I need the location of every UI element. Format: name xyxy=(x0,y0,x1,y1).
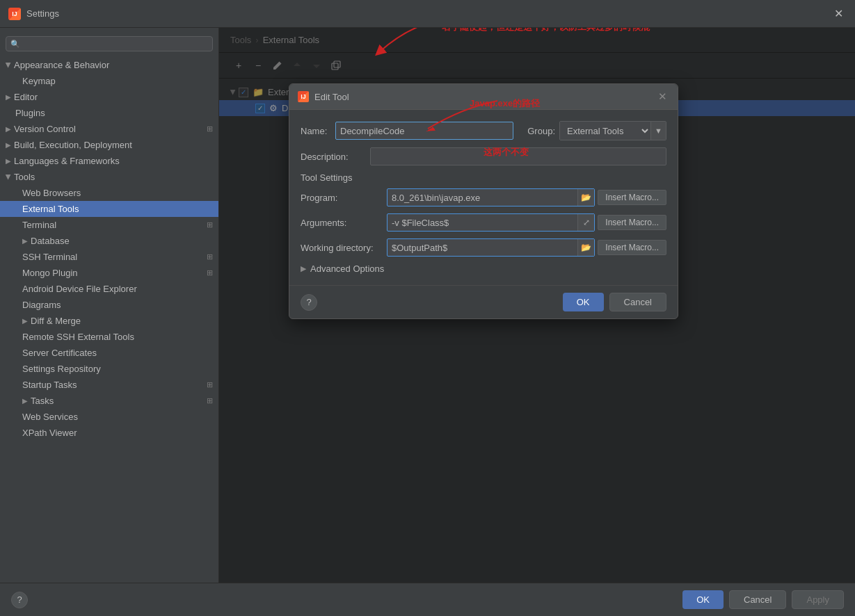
sidebar-item-appearance[interactable]: ▶ Appearance & Behavior xyxy=(0,57,218,73)
version-control-icon: ⊞ xyxy=(207,124,213,133)
sidebar-item-database[interactable]: ▶ Database xyxy=(0,233,218,249)
arguments-insert-macro-button[interactable]: Insert Macro... xyxy=(598,215,666,230)
group-section: Group: External Tools ▼ xyxy=(527,121,666,140)
sidebar-item-version-control[interactable]: ▶ Version Control ⊞ xyxy=(0,121,218,137)
advanced-options-row[interactable]: ▶ Advanced Options xyxy=(301,264,666,274)
program-label: Program: xyxy=(301,193,384,203)
bottom-bar-right: OK Cancel Apply xyxy=(682,590,844,609)
description-row: Description: xyxy=(301,147,666,165)
terminal-icon: ⊞ xyxy=(207,220,213,229)
window-close-button[interactable]: ✕ xyxy=(830,6,847,22)
working-dir-browse-button[interactable]: 📂 xyxy=(577,239,594,256)
dialog-close-button[interactable]: ✕ xyxy=(655,90,669,104)
dialog-cancel-button[interactable]: Cancel xyxy=(609,293,666,311)
arrow-icon: ▶ xyxy=(6,93,11,101)
arrow-icon: ▶ xyxy=(6,141,11,149)
sidebar-item-settings-repo[interactable]: Settings Repository xyxy=(0,361,218,377)
arguments-input-wrap: ⤢ xyxy=(387,213,595,232)
working-dir-insert-macro-button[interactable]: Insert Macro... xyxy=(598,240,666,255)
dialog-titlebar: IJ Edit Tool ✕ xyxy=(289,84,678,110)
title-bar: IJ Settings ✕ xyxy=(0,0,855,28)
window-title: Settings xyxy=(26,8,59,19)
program-insert-macro-button[interactable]: Insert Macro... xyxy=(598,190,666,205)
sidebar-item-diff-merge[interactable]: ▶ Diff & Merge xyxy=(0,313,218,329)
sidebar-item-languages[interactable]: ▶ Languages & Frameworks xyxy=(0,153,218,169)
arguments-input[interactable] xyxy=(387,214,577,231)
arrow-icon: ▶ xyxy=(5,63,13,68)
ssh-icon: ⊞ xyxy=(207,252,213,261)
working-dir-label: Working directory: xyxy=(301,243,384,253)
sidebar-item-editor[interactable]: ▶ Editor xyxy=(0,89,218,105)
annotation-arrow1 xyxy=(323,28,463,70)
working-dir-row: Working directory: 📂 Insert Macro... xyxy=(301,238,666,257)
mongo-icon: ⊞ xyxy=(207,268,213,277)
sidebar-item-external-tools[interactable]: External Tools xyxy=(0,201,218,217)
right-panel: Tools › External Tools + − xyxy=(219,28,855,583)
app-icon: IJ xyxy=(8,8,21,20)
main-cancel-button[interactable]: Cancel xyxy=(729,590,786,609)
main-help-button[interactable]: ? xyxy=(11,592,28,608)
dialog-overlay: IJ Edit Tool ✕ Name: xyxy=(219,28,855,583)
dialog-app-icon: IJ xyxy=(298,91,309,102)
name-section: Name: xyxy=(301,122,513,140)
arrow-icon: ▶ xyxy=(22,397,28,405)
sidebar-item-web-browsers[interactable]: Web Browsers xyxy=(0,185,218,201)
advanced-arrow-icon: ▶ xyxy=(301,264,306,273)
search-input[interactable] xyxy=(23,39,208,49)
arguments-label: Arguments: xyxy=(301,218,384,228)
sidebar-item-diagrams[interactable]: Diagrams xyxy=(0,297,218,313)
arrow-icon: ▶ xyxy=(5,175,13,180)
main-content: 🔍 ▶ Appearance & Behavior Keymap ▶ Edito… xyxy=(0,28,855,583)
dialog-body: Name: Group: External Tools ▼ xyxy=(289,110,678,285)
working-dir-input-wrap: 📂 xyxy=(387,238,595,257)
sidebar-item-startup-tasks[interactable]: Startup Tasks ⊞ xyxy=(0,377,218,393)
search-box[interactable]: 🔍 xyxy=(6,36,213,51)
name-input[interactable] xyxy=(335,122,513,140)
name-label: Name: xyxy=(301,126,335,136)
dialog-footer: ? OK Cancel xyxy=(289,285,678,318)
description-input[interactable] xyxy=(370,147,666,165)
sidebar-item-mongo-plugin[interactable]: Mongo Plugin ⊞ xyxy=(0,265,218,281)
working-dir-input[interactable] xyxy=(387,239,577,256)
program-browse-button[interactable]: 📂 xyxy=(577,189,594,206)
name-group-row: Name: Group: External Tools ▼ xyxy=(301,121,666,140)
arrow-icon: ▶ xyxy=(6,157,11,165)
sidebar-item-tools[interactable]: ▶ Tools xyxy=(0,169,218,185)
main-ok-button[interactable]: OK xyxy=(682,590,724,609)
arrow-icon: ▶ xyxy=(22,317,28,325)
sidebar-item-keymap[interactable]: Keymap xyxy=(0,73,218,89)
sidebar-item-web-services[interactable]: Web Services xyxy=(0,409,218,425)
search-icon: 🔍 xyxy=(10,40,20,49)
sidebar-item-remote-ssh[interactable]: Remote SSH External Tools xyxy=(0,329,218,345)
tool-settings-label: Tool Settings xyxy=(301,172,666,183)
main-apply-button[interactable]: Apply xyxy=(792,590,844,609)
settings-window: IJ Settings ✕ 🔍 ▶ Appearance & Behavior … xyxy=(0,0,855,616)
help-button[interactable]: ? xyxy=(301,294,317,311)
group-select-container: External Tools ▼ xyxy=(559,121,666,140)
sidebar-item-build[interactable]: ▶ Build, Execution, Deployment xyxy=(0,137,218,153)
arrow-icon: ▶ xyxy=(22,237,28,245)
tasks-icon: ⊞ xyxy=(207,396,213,405)
arguments-row: Arguments: ⤢ Insert Macro... xyxy=(301,213,666,232)
sidebar-item-terminal[interactable]: Terminal ⊞ xyxy=(0,217,218,233)
edit-tool-dialog: IJ Edit Tool ✕ Name: xyxy=(289,83,678,319)
sidebar-item-android-device[interactable]: Android Device File Explorer xyxy=(0,281,218,297)
startup-icon: ⊞ xyxy=(207,380,213,389)
annotation-text1: 名字随便起，但还是这个好，以防工具过多的时候混 xyxy=(442,28,650,33)
group-label: Group: xyxy=(527,126,555,136)
sidebar: 🔍 ▶ Appearance & Behavior Keymap ▶ Edito… xyxy=(0,28,219,583)
sidebar-item-tasks[interactable]: ▶ Tasks ⊞ xyxy=(0,393,218,409)
group-dropdown-button[interactable]: ▼ xyxy=(650,122,666,140)
arguments-expand-button[interactable]: ⤢ xyxy=(577,214,594,231)
sidebar-item-server-certs[interactable]: Server Certificates xyxy=(0,345,218,361)
arrow-icon: ▶ xyxy=(6,125,11,133)
sidebar-item-ssh-terminal[interactable]: SSH Terminal ⊞ xyxy=(0,249,218,265)
program-row: Program: 📂 Insert Macro... xyxy=(301,188,666,206)
sidebar-item-xpath-viewer[interactable]: XPath Viewer xyxy=(0,425,218,441)
sidebar-item-plugins[interactable]: Plugins xyxy=(0,105,218,121)
program-input[interactable] xyxy=(387,189,577,206)
program-input-wrap: 📂 xyxy=(387,188,595,206)
dialog-footer-right: OK Cancel xyxy=(563,293,666,311)
dialog-ok-button[interactable]: OK xyxy=(563,293,604,311)
group-select[interactable]: External Tools xyxy=(560,122,650,140)
